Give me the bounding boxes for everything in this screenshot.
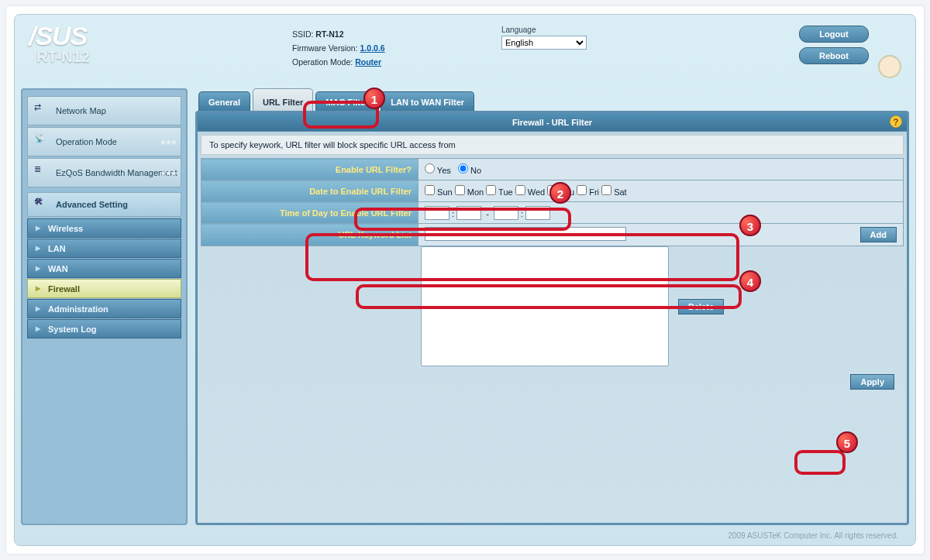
sidebar-item-network-map[interactable]: ⇄ Network Map — [27, 96, 181, 125]
url-keyword-label: URL Keyword List — [202, 224, 418, 246]
add-button[interactable]: Add — [860, 227, 897, 242]
ssid-label: SSID: — [292, 29, 313, 39]
brand-model: RT-N12 — [36, 48, 292, 66]
opmode-label: Operation Mode: — [292, 57, 353, 67]
date-enable-label: Date to Enable URL Filter — [202, 180, 418, 202]
network-map-icon: ⇄ — [34, 102, 51, 119]
sidebar-item-operation-mode[interactable]: 📡 Operation Mode ★★★ — [27, 127, 181, 156]
time-from-hh[interactable] — [425, 206, 450, 220]
tools-icon: 🛠 — [34, 197, 50, 212]
opmode-link[interactable]: Router — [355, 57, 381, 67]
panel-title: Firewall - URL Filter ? — [198, 113, 907, 132]
reboot-button[interactable]: Reboot — [799, 47, 869, 64]
enable-yes-option[interactable]: Yes — [425, 166, 451, 175]
sidebar-item-system-log[interactable]: System Log — [27, 319, 181, 338]
tab-mac-filter[interactable]: MAC Filter — [315, 91, 378, 111]
url-keyword-listbox[interactable] — [421, 246, 669, 366]
time-enable-label: Time of Day to Enable URL Filter — [202, 202, 418, 224]
enable-url-filter-label: Enable URL Filter? — [202, 159, 418, 180]
ezqos-icon: ≣ — [34, 164, 51, 181]
time-from-mm[interactable] — [456, 206, 481, 220]
day-sun[interactable]: Sun — [425, 187, 453, 197]
tabbar: General URL Filter MAC Filter LAN to WAN… — [195, 88, 909, 111]
url-keyword-input[interactable] — [425, 227, 626, 241]
sidebar-item-firewall[interactable]: Firewall — [27, 279, 181, 298]
ssid-value: RT-N12 — [315, 29, 343, 39]
apply-button[interactable]: Apply — [850, 374, 894, 390]
panel-desc: To specify keywork, URL filter will bloc… — [201, 135, 904, 155]
operation-mode-icon: 📡 — [34, 133, 51, 150]
header: /SUS RT-N12 SSID: RT-N12 Firmware Versio… — [15, 15, 915, 88]
sidebar-advanced-title: 🛠 Advanced Setting — [27, 192, 181, 217]
tab-lan-to-wan-filter[interactable]: LAN to WAN Filter — [381, 91, 474, 111]
tab-url-filter[interactable]: URL Filter — [253, 88, 313, 111]
sidebar-item-wan[interactable]: WAN — [27, 259, 181, 278]
sysinfo: SSID: RT-N12 Firmware Version: 1.0.0.6 O… — [292, 27, 501, 69]
panel: Firewall - URL Filter ? To specify keywo… — [195, 111, 909, 525]
fw-link[interactable]: 1.0.0.6 — [360, 43, 385, 53]
sidebar-item-wireless[interactable]: Wireless — [27, 218, 181, 238]
day-thu[interactable]: Thu — [547, 187, 574, 197]
logout-button[interactable]: Logout — [799, 26, 869, 43]
language-select[interactable]: English — [501, 36, 587, 50]
enable-no-option[interactable]: No — [458, 166, 481, 175]
sidebar-item-ezqos[interactable]: ≣ EzQoS Bandwidth Management ★★★ — [27, 158, 181, 187]
sidebar-item-administration[interactable]: Administration — [27, 299, 181, 318]
time-to-mm[interactable] — [525, 206, 550, 220]
day-fri[interactable]: Fri — [577, 187, 599, 197]
day-sat[interactable]: Sat — [601, 187, 627, 197]
day-wed[interactable]: Wed — [515, 187, 545, 197]
footer-copyright: 2009 ASUSTeK Computer Inc. All rights re… — [15, 531, 915, 545]
time-to-hh[interactable] — [494, 206, 518, 220]
help-icon[interactable]: ? — [890, 115, 902, 128]
tab-general[interactable]: General — [198, 91, 250, 111]
day-mon[interactable]: Mon — [455, 187, 484, 197]
avatar-icon — [878, 55, 901, 78]
language-label: Language — [501, 26, 610, 34]
brand-logo: /SUS — [29, 21, 292, 51]
date-enable-days: Sun Mon Tue Wed Thu Fri Sat — [418, 180, 904, 202]
delete-button[interactable]: Delete — [678, 299, 724, 314]
sidebar-item-lan[interactable]: LAN — [27, 239, 181, 258]
main: General URL Filter MAC Filter LAN to WAN… — [195, 88, 909, 525]
sidebar: ⇄ Network Map 📡 Operation Mode ★★★ ≣ EzQ… — [21, 88, 188, 525]
fw-label: Firmware Version: — [292, 43, 358, 53]
day-tue[interactable]: Tue — [486, 187, 512, 197]
